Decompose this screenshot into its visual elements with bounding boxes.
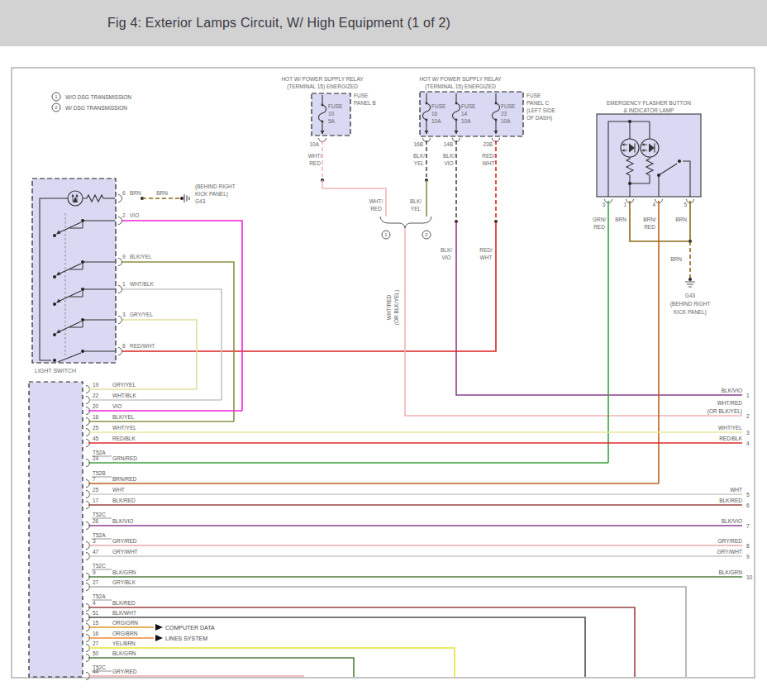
label: BRN [156, 190, 168, 196]
label: WHT/ [308, 153, 322, 159]
label: RED/WHT [130, 343, 155, 349]
terminal-number: 7 [746, 523, 750, 529]
wire-color-label: GRY/RED [112, 538, 137, 544]
wire-color-label: GRY/YEL [112, 382, 136, 388]
terminal-number: 6 [746, 502, 750, 508]
terminal-number: 4 [746, 440, 750, 446]
label: FUSE [501, 103, 516, 109]
junction-dot [53, 275, 56, 279]
label: WHT/YEL [718, 425, 742, 431]
junction-dot [53, 234, 56, 237]
pin-number: 51 [93, 610, 99, 616]
label: WHT [730, 487, 742, 493]
label: W/O DSG TRANSMISSION [65, 94, 131, 100]
wire-color-label: VIO [112, 403, 121, 409]
label: LIGHT SWITCH [35, 368, 76, 374]
connector-tag: T52C [93, 512, 106, 517]
label: GRY/YEL [130, 312, 153, 317]
pin-number: 47 [93, 549, 99, 555]
pin-number: 9 [93, 569, 96, 575]
label: BLK/ [413, 153, 425, 159]
label: (BEHIND RIGHT [195, 183, 236, 190]
pin-number: 4 [93, 600, 96, 606]
pin-number: 27 [93, 579, 99, 585]
wire-color-label: WHT/BLK [112, 393, 137, 398]
terminal-number: 9 [746, 554, 750, 560]
wire-color-label: ORG/BRN [112, 631, 138, 636]
label: BLK/VIO [722, 388, 742, 393]
label: RED [309, 160, 321, 166]
pin-number: 24 [93, 455, 99, 461]
wire-color-label: BLK/GRN [112, 650, 136, 656]
pin-number: 16 [93, 631, 99, 636]
label: 5A [328, 118, 336, 124]
label: KICK PANEL) [195, 191, 228, 198]
label: 5 [684, 202, 687, 207]
terminal-number: 10 [746, 574, 753, 580]
junction-dot [81, 350, 84, 353]
label: RED [593, 224, 605, 230]
terminal-number: 5 [746, 492, 750, 498]
label: WHT/ [369, 198, 384, 204]
label: FUSE [354, 93, 369, 98]
wire-color-label: GRY/BLK [112, 579, 136, 585]
label: PANEL C [526, 100, 549, 106]
label: 9 [122, 254, 126, 260]
pin-number: 26 [93, 518, 99, 524]
wire-color-label: ORG/GRN [112, 620, 138, 626]
wire-color-label: BLK/RED [112, 498, 136, 503]
label: PANEL B [354, 100, 376, 106]
wire-color-label: WHT [112, 487, 125, 493]
connector-tag: T52A [93, 593, 106, 599]
label: EMERGENCY FLASHER BUTTON [607, 100, 691, 106]
label: OF DASH) [526, 115, 552, 121]
label: 10A [309, 141, 319, 147]
label: KICK PANEL) [674, 309, 707, 316]
label: 1 [122, 281, 126, 287]
wire-color-label: GRY/RED [112, 669, 137, 674]
label: RED/ [479, 247, 493, 253]
junction-dot [53, 359, 56, 362]
wire-color-label: WHT/YEL [112, 425, 136, 431]
label: WHT [483, 160, 495, 166]
wire-color-label: GRY/WHT [112, 549, 138, 555]
label: BRN [675, 217, 687, 222]
label: G43 [195, 198, 206, 204]
junction-dot [180, 197, 183, 200]
pin-number: 25 [93, 487, 99, 493]
pin-number: 19 [93, 382, 99, 388]
label: 2 [122, 212, 126, 218]
label: & INDICATOR LAMP [624, 107, 674, 113]
label: GRY/RED [718, 538, 743, 544]
label: G43 [685, 293, 696, 298]
pin-number: 27 [93, 640, 99, 646]
label: VIO [130, 212, 139, 218]
label: RED [370, 206, 382, 212]
pin-number: 7 [93, 476, 96, 482]
label: FUSE [328, 103, 343, 109]
label: 10A [431, 118, 441, 124]
wire-color-label: GRN/RED [112, 455, 137, 461]
terminal-number: 8 [746, 543, 750, 549]
label: GRY/WHT [717, 549, 742, 555]
label: RED/ [482, 153, 495, 159]
connector-tag: T52B [93, 470, 106, 476]
label: 14 [461, 111, 468, 117]
wire-color-label: YEL/BRN [112, 640, 136, 646]
label: VIO [444, 160, 453, 166]
pin-number: 15 [93, 620, 99, 626]
connector-tag: T52C [93, 563, 106, 569]
label: (LEFT SIDE [526, 107, 556, 114]
pin-number: 45 [93, 436, 99, 441]
label: WHT/RED [386, 295, 392, 321]
label: 3 [122, 312, 126, 317]
label: WHT/RED [717, 400, 743, 406]
label: HOT W/ POWER SUPPLY RELAY [281, 76, 364, 82]
label: (BEHIND RIGHT [670, 301, 711, 307]
label: (OR BLK/YEL) [707, 408, 742, 415]
label: WHT [480, 255, 493, 260]
label: BLK/YEL [130, 254, 152, 260]
label: 10 [328, 111, 335, 117]
junction-dot [688, 278, 692, 281]
terminal-number: 2 [746, 413, 750, 419]
